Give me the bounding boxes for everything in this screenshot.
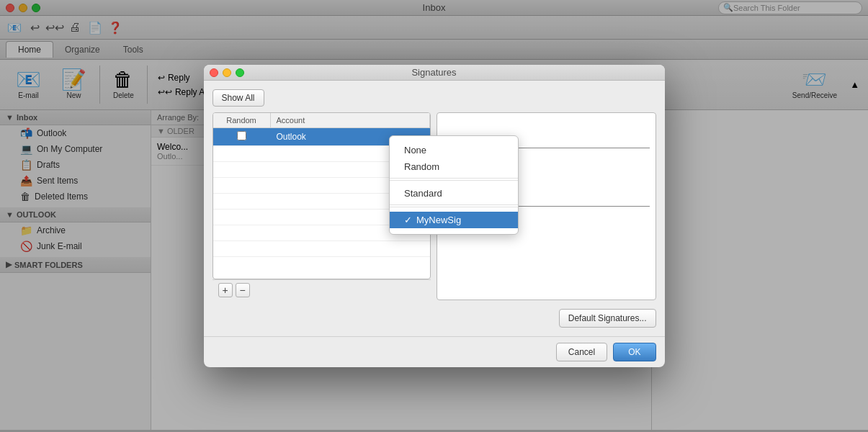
dialog-win-buttons: [210, 68, 244, 77]
dialog-close-btn[interactable]: [210, 68, 218, 77]
ok-button[interactable]: OK: [613, 343, 656, 361]
dropdown-section-2: Standard: [390, 182, 518, 205]
dialog-title: Signatures: [411, 67, 456, 78]
sig-row-7: [213, 241, 430, 257]
dropdown-menu: None Random Standard ✓ MyNewSig: [389, 135, 519, 235]
default-sigs-row: Default Signatures...: [212, 306, 656, 328]
cancel-button[interactable]: Cancel: [556, 343, 607, 361]
dropdown-section-1: None Random: [390, 139, 518, 179]
dialog-footer: Cancel OK: [204, 336, 665, 367]
dialog-title-bar: Signatures: [204, 65, 665, 81]
dropdown-standard-label: Standard: [404, 188, 442, 199]
sig-row-check-0: [213, 128, 271, 145]
dialog-minimize-btn[interactable]: [223, 68, 231, 77]
dropdown-mynewsig-label: MyNewSig: [416, 215, 461, 225]
dropdown-item-none[interactable]: None: [390, 142, 518, 158]
show-all-button[interactable]: Show All: [212, 89, 264, 107]
default-sigs-button[interactable]: Default Signatures...: [559, 309, 656, 328]
account-col-header: Account: [271, 113, 430, 127]
sig-checkbox-0[interactable]: [237, 131, 246, 140]
sig-list-header: Random Account: [213, 113, 430, 128]
dropdown-item-random[interactable]: Random: [390, 158, 518, 175]
dropdown-item-standard[interactable]: Standard: [390, 185, 518, 202]
dialog-maximize-btn[interactable]: [236, 68, 244, 77]
dropdown-random-label: Random: [404, 161, 439, 172]
dropdown-separator-1: [390, 180, 518, 181]
dropdown-checkmark: ✓: [404, 215, 412, 225]
dropdown-none-label: None: [404, 145, 426, 156]
random-col-header: Random: [213, 113, 271, 127]
dropdown-item-mynewsig[interactable]: ✓ MyNewSig: [390, 212, 518, 228]
add-remove-bar: + −: [212, 279, 431, 300]
dropdown-separator-2: [390, 207, 518, 207]
add-sig-button[interactable]: +: [218, 283, 233, 297]
dropdown-section-3: ✓ MyNewSig: [390, 209, 518, 231]
remove-sig-button[interactable]: −: [236, 283, 250, 297]
